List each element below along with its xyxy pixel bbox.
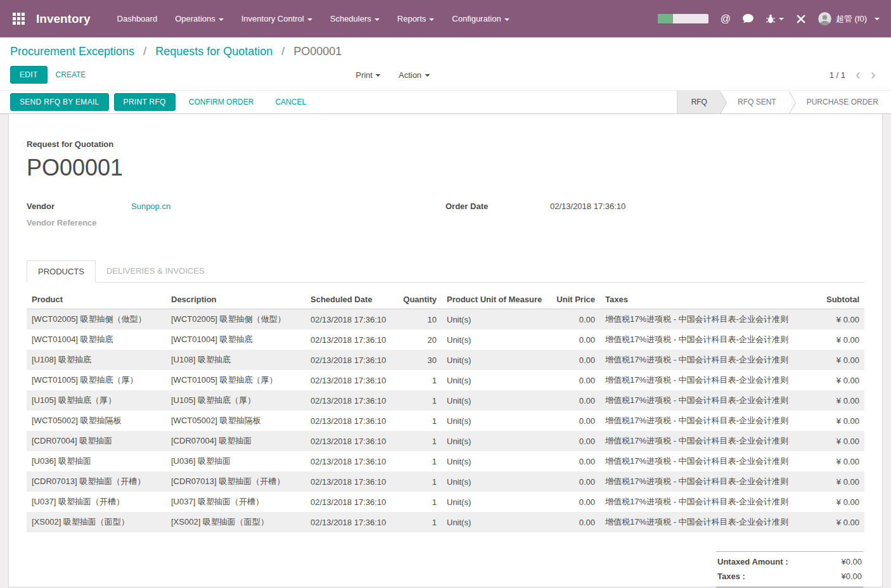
planner-progress-bar[interactable] [658, 14, 708, 23]
cell-subtotal: ¥ 0.00 [807, 370, 864, 390]
create-button[interactable]: CREATE [48, 66, 94, 84]
print-menu[interactable]: Print [356, 70, 381, 80]
order-date-field: Order Date 02/13/2018 17:36:10 [446, 201, 864, 211]
breadcrumb-separator: / [143, 45, 146, 58]
table-row[interactable]: [WCT02005] 吸塑抽侧（做型） [WCT02005] 吸塑抽侧（做型） … [27, 309, 864, 330]
table-row[interactable]: [WCT01004] 吸塑抽底 [WCT01004] 吸塑抽底 02/13/20… [27, 329, 864, 350]
table-row[interactable]: [U036] 吸塑抽面 [U036] 吸塑抽面 02/13/2018 17:36… [27, 451, 864, 471]
cell-scheduled-date: 02/13/2018 17:36:10 [305, 390, 397, 411]
tools-icon[interactable] [796, 14, 806, 24]
chat-icon[interactable] [743, 14, 753, 23]
table-row[interactable]: [XS002] 吸塑抽面（面型） [XS002] 吸塑抽面（面型） 02/13/… [27, 512, 864, 532]
user-menu[interactable]: 超管 (f0) [818, 12, 880, 25]
tab-products[interactable]: PRODUCTS [27, 260, 96, 283]
cell-description: [WCT05002] 吸塑抽隔板 [166, 411, 305, 431]
menu-schedulers-label: Schedulers [330, 14, 371, 23]
untaxed-amount-label: Untaxed Amount : [717, 557, 788, 566]
notebook: PRODUCTS DELIVERIES & INVOICES Product D… [27, 260, 864, 532]
pager-next-button[interactable]: › [871, 68, 876, 81]
tab-deliveries-invoices[interactable]: DELIVERIES & INVOICES [96, 260, 215, 283]
cell-unit-price: 0.00 [546, 411, 600, 431]
chevron-down-icon [429, 18, 434, 21]
cell-quantity: 1 [397, 512, 442, 532]
menu-schedulers[interactable]: Schedulers [321, 14, 388, 23]
title-block: Request for Quotation PO00001 [27, 138, 864, 181]
col-description[interactable]: Description [166, 290, 305, 309]
table-row[interactable]: [U108] 吸塑抽底 [U108] 吸塑抽底 02/13/2018 17:36… [27, 350, 864, 370]
cell-scheduled-date: 02/13/2018 17:36:10 [305, 431, 397, 451]
statusbar: SEND RFQ BY EMAIL PRINT RFQ CONFIRM ORDE… [0, 90, 891, 114]
status-step-rfq-sent[interactable]: RFQ SENT [720, 91, 789, 113]
cell-product: [WCT02005] 吸塑抽侧（做型） [27, 309, 166, 330]
form-subtitle: Request for Quotation [27, 139, 113, 149]
debug-icon[interactable] [766, 14, 784, 24]
table-header-row: Product Description Scheduled Date Quant… [27, 290, 864, 309]
cell-description: [WCT02005] 吸塑抽侧（做型） [166, 309, 305, 330]
total-row: Total : ¥0.00 [716, 587, 863, 587]
col-uom[interactable]: Product Unit of Measure [442, 290, 546, 309]
cell-uom: Unit(s) [442, 512, 546, 532]
confirm-order-button[interactable]: CONFIRM ORDER [181, 93, 262, 111]
cell-product: [WCT05002] 吸塑抽隔板 [27, 411, 166, 431]
col-taxes[interactable]: Taxes [600, 290, 807, 309]
tab-bar: PRODUCTS DELIVERIES & INVOICES [27, 260, 864, 283]
breadcrumb-current: PO00001 [293, 45, 342, 58]
cell-unit-price: 0.00 [546, 512, 600, 532]
cell-uom: Unit(s) [442, 329, 546, 350]
cell-uom: Unit(s) [442, 390, 546, 411]
status-step-rfq[interactable]: RFQ [677, 91, 720, 113]
cell-taxes: 增值税17%进项税 - 中国会计科目表-企业会计准则 [600, 390, 807, 411]
mention-icon[interactable]: @ [721, 14, 731, 24]
menu-dashboard[interactable]: Dashboard [108, 14, 167, 23]
chevron-down-icon [219, 18, 224, 21]
col-subtotal[interactable]: Subtotal [807, 290, 864, 309]
menu-operations[interactable]: Operations [166, 14, 233, 23]
breadcrumb-procurement-exceptions[interactable]: Procurement Exceptions [10, 45, 134, 58]
app-title[interactable]: Inventory [36, 12, 91, 26]
cell-subtotal: ¥ 0.00 [807, 512, 864, 532]
cancel-button[interactable]: CANCEL [267, 93, 314, 111]
cell-subtotal: ¥ 0.00 [807, 471, 864, 492]
chevron-down-icon [779, 18, 784, 20]
cell-product: [WCT01005] 吸塑抽底（厚） [27, 370, 166, 390]
col-quantity[interactable]: Quantity [397, 290, 442, 309]
cell-scheduled-date: 02/13/2018 17:36:10 [305, 350, 397, 370]
untaxed-amount-value: ¥0.00 [841, 557, 862, 566]
cell-taxes: 增值税17%进项税 - 中国会计科目表-企业会计准则 [600, 309, 807, 330]
top-menu: Dashboard Operations Inventory Control S… [108, 14, 518, 23]
cell-scheduled-date: 02/13/2018 17:36:10 [305, 451, 397, 471]
table-row[interactable]: [WCT01005] 吸塑抽底（厚） [WCT01005] 吸塑抽底（厚） 02… [27, 370, 864, 390]
cell-product: [U108] 吸塑抽底 [27, 350, 166, 370]
menu-reports[interactable]: Reports [388, 14, 444, 23]
col-scheduled-date[interactable]: Scheduled Date [305, 290, 397, 309]
cell-uom: Unit(s) [442, 431, 546, 451]
cell-unit-price: 0.00 [546, 309, 600, 330]
pager-previous-button[interactable]: ‹ [856, 68, 861, 81]
table-row[interactable]: [U105] 吸塑抽底（厚） [U105] 吸塑抽底（厚） 02/13/2018… [27, 390, 864, 411]
cell-unit-price: 0.00 [546, 471, 600, 492]
table-row[interactable]: [U037] 吸塑抽面（开槽） [U037] 吸塑抽面（开槽） 02/13/20… [27, 492, 864, 512]
taxes-value: ¥0.00 [841, 572, 862, 581]
col-unit-price[interactable]: Unit Price [546, 290, 600, 309]
table-row[interactable]: [WCT05002] 吸塑抽隔板 [WCT05002] 吸塑抽隔板 02/13/… [27, 411, 864, 431]
cell-product: [U036] 吸塑抽面 [27, 451, 166, 471]
cell-quantity: 1 [397, 451, 442, 471]
action-menu[interactable]: Action [399, 70, 430, 80]
print-rfq-button[interactable]: PRINT RFQ [114, 93, 176, 111]
status-step-purchase-order[interactable]: PURCHASE ORDER [789, 91, 891, 113]
cell-product: [CDR07013] 吸塑抽面（开槽） [27, 471, 166, 492]
menu-configuration[interactable]: Configuration [443, 14, 518, 23]
breadcrumb-requests-for-quotation[interactable]: Requests for Quotation [155, 45, 272, 58]
table-row[interactable]: [CDR07013] 吸塑抽面（开槽） [CDR07013] 吸塑抽面（开槽） … [27, 471, 864, 492]
record-title: PO00001 [27, 155, 864, 181]
edit-button[interactable]: EDIT [10, 66, 48, 84]
table-row[interactable]: [CDR07004] 吸塑抽面 [CDR07004] 吸塑抽面 02/13/20… [27, 431, 864, 451]
apps-menu-button[interactable] [8, 13, 30, 25]
cell-subtotal: ¥ 0.00 [807, 309, 864, 330]
menu-inventory-control-label: Inventory Control [241, 14, 304, 23]
vendor-value[interactable]: Sunpop.cn [131, 201, 170, 211]
chevron-down-icon [376, 74, 381, 77]
send-rfq-by-email-button[interactable]: SEND RFQ BY EMAIL [10, 93, 109, 111]
col-product[interactable]: Product [27, 290, 166, 309]
menu-inventory-control[interactable]: Inventory Control [233, 14, 321, 23]
